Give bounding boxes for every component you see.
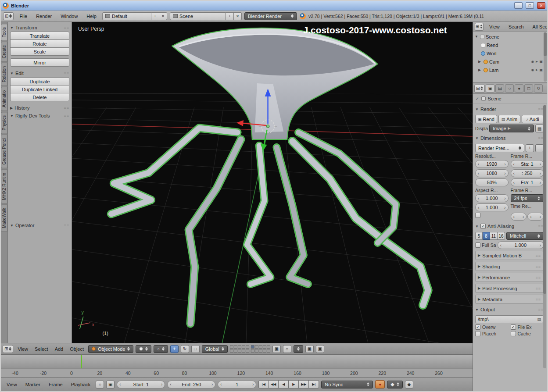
outliner-row-lamp[interactable]: ▶ Lam ◉ ► ▣ xyxy=(475,66,543,74)
display-mode-dropdown[interactable]: Image E xyxy=(489,125,534,132)
frame-end-field[interactable]: ‹ End: 250 › xyxy=(167,381,215,388)
frame-step-field[interactable]: ‹Fra: 1› xyxy=(511,178,544,186)
tab-tools[interactable]: Tools xyxy=(1,24,7,41)
file-menu[interactable]: File xyxy=(16,13,30,20)
duplicate-button[interactable]: Duplicate xyxy=(10,77,69,86)
outliner-row-camera[interactable]: ▶ Cam ◉ ► ▣ xyxy=(475,57,543,66)
aspect-x-field[interactable]: ‹1.000› xyxy=(475,194,509,202)
mirror-button[interactable]: Mirror xyxy=(10,58,69,67)
rotate-button[interactable]: Rotate xyxy=(10,39,69,48)
output-section-header[interactable]: ▼ Output ≡≡ xyxy=(475,305,544,314)
duplicate-linked-button[interactable]: Duplicate Linked xyxy=(10,85,69,93)
tab-physics[interactable]: ↻ xyxy=(534,84,543,93)
resolution-y-field[interactable]: ‹1080› xyxy=(475,169,509,177)
jump-to-start-button[interactable]: |◀ xyxy=(258,380,269,388)
outliner-scrollbar[interactable] xyxy=(544,32,547,82)
aa-filter-dropdown[interactable]: Mitchell xyxy=(506,232,544,240)
add-preset-button[interactable]: + xyxy=(526,144,534,152)
maximize-button[interactable]: □ xyxy=(526,2,534,9)
visibility-eye-icon[interactable]: ◉ xyxy=(531,60,534,64)
frame-start-field[interactable]: ‹Sta: 1› xyxy=(511,160,544,168)
outliner-tree[interactable]: ▼ Scene Rend Worl ▶ Ca xyxy=(473,32,547,82)
output-path-field[interactable]: /tmp\ ▤ xyxy=(475,315,544,323)
timeline-marker-menu[interactable]: Marker xyxy=(22,381,43,388)
placeholders-checkbox[interactable]: ✓ xyxy=(475,331,480,336)
overwrite-checkbox[interactable]: ✓ xyxy=(475,324,480,330)
rigify-panel-header[interactable]: ▼ Rigify Dev Tools ≡≡ xyxy=(10,112,69,120)
shading-dropdown[interactable] xyxy=(136,345,151,353)
visibility-eye-icon[interactable]: ◉ xyxy=(531,68,534,72)
tab-world[interactable]: ● xyxy=(515,84,523,93)
scene-selector[interactable]: Scene xyxy=(170,12,226,20)
insert-keyframe-button[interactable]: ◆ xyxy=(405,381,413,388)
antialiasing-section-header[interactable]: ▼ ✓ Anti-Aliasing ≡≡ xyxy=(475,222,544,231)
properties-editor-type-button[interactable]: ⊞ xyxy=(474,85,485,93)
titlebar[interactable]: Blender – □ ✕ xyxy=(1,1,547,11)
play-button[interactable]: ▶ xyxy=(289,380,299,388)
delete-layout-button[interactable]: ✕ xyxy=(159,12,167,20)
next-keyframe-button[interactable]: ▶▶ xyxy=(299,380,309,388)
expand-icon[interactable]: ▶ xyxy=(478,68,482,72)
properties-scrollbar[interactable] xyxy=(543,105,546,368)
select-menu[interactable]: Select xyxy=(32,346,50,353)
screen-layout-selector[interactable]: Default xyxy=(102,12,151,20)
full-sample-checkbox[interactable]: ✓ xyxy=(475,242,480,248)
scale-button[interactable]: Scale xyxy=(10,47,69,56)
display-lock-button[interactable]: ▤ xyxy=(535,125,544,132)
remove-preset-button[interactable]: − xyxy=(535,144,544,152)
opengl-render-button[interactable]: ▣ xyxy=(305,345,314,353)
file-extensions-checkbox[interactable]: ✓ xyxy=(511,324,516,330)
aa-samples-11[interactable]: 11 xyxy=(490,232,498,240)
timeline-view-menu[interactable]: View xyxy=(4,381,20,388)
selectability-cursor-icon[interactable]: ► xyxy=(535,68,539,72)
object-menu[interactable]: Object xyxy=(68,346,86,353)
keying-set-dropdown[interactable]: ◆ xyxy=(387,381,402,388)
properties-scroll-area[interactable]: ▼ Render ≡≡ ▣ Rend ▤ Anim xyxy=(473,103,547,391)
dimensions-section-header[interactable]: ▼ Dimensions ≡≡ xyxy=(475,134,544,143)
aa-samples-5[interactable]: 5 xyxy=(475,232,483,240)
tab-relations[interactable]: Relation xyxy=(1,63,7,86)
delete-button[interactable]: Delete xyxy=(10,93,69,101)
resolution-percentage-field[interactable]: 50% xyxy=(475,178,509,186)
antialiasing-checkbox[interactable]: ✓ xyxy=(480,224,486,229)
tab-grease-pencil[interactable]: Grease Penci xyxy=(1,135,7,168)
current-frame-marker[interactable] xyxy=(81,355,82,368)
tab-makewalk[interactable]: MakeWalk xyxy=(1,204,7,232)
add-scene-button[interactable]: + xyxy=(226,12,234,20)
current-frame-field[interactable]: ‹ 1 › xyxy=(218,381,256,388)
tab-object[interactable]: □ xyxy=(524,84,533,93)
translate-button[interactable]: Translate xyxy=(10,32,69,40)
cache-result-checkbox[interactable]: ✓ xyxy=(511,331,516,336)
previous-keyframe-button[interactable]: ◀◀ xyxy=(269,380,279,388)
tab-render-layers[interactable]: ▤ xyxy=(495,84,504,93)
lock-button[interactable]: ▣ xyxy=(272,345,281,353)
tab-create[interactable]: Create xyxy=(1,42,7,62)
add-layout-button[interactable]: + xyxy=(151,12,159,20)
timeline-lock-button[interactable]: ▣ xyxy=(106,381,115,388)
pin-icon[interactable]: ✓ xyxy=(476,96,479,101)
operator-panel-header[interactable]: ▼ Operator ≡≡ xyxy=(10,221,69,229)
post-processing-section-header[interactable]: ▶ Post Processing ≡≡ xyxy=(475,284,544,293)
edit-panel-header[interactable]: ▼ Edit ≡≡ xyxy=(10,69,69,77)
pivot-dropdown[interactable]: ○ xyxy=(154,345,168,353)
metadata-section-header[interactable]: ▶ Metadata ≡≡ xyxy=(475,295,544,304)
render-section-header[interactable]: ▼ Render ≡≡ xyxy=(475,105,544,114)
outliner-editor-type-button[interactable]: ⊞ xyxy=(475,23,484,31)
minimize-button[interactable]: – xyxy=(514,2,523,9)
border-checkbox[interactable]: ✓ xyxy=(475,213,480,218)
render-audio-button[interactable]: ♪ Audi xyxy=(522,115,544,123)
layers-widget[interactable] xyxy=(230,345,270,353)
timeline-playback-menu[interactable]: Playback xyxy=(68,381,94,388)
viewport-editor-type-button[interactable]: ⊞ xyxy=(3,345,13,353)
aa-samples-8[interactable]: 8 xyxy=(483,232,490,240)
editor-type-button[interactable]: ⊞ xyxy=(3,12,14,20)
browse-folder-icon[interactable]: ▤ xyxy=(537,317,541,321)
performance-section-header[interactable]: ▶ Performance ≡≡ xyxy=(475,273,544,282)
play-reverse-button[interactable]: ◀ xyxy=(279,380,289,388)
window-menu[interactable]: Window xyxy=(57,13,81,20)
aspect-y-field[interactable]: ‹1.000› xyxy=(475,203,509,211)
auto-keyframe-button[interactable]: ● xyxy=(375,380,385,388)
render-menu[interactable]: Render xyxy=(33,13,55,20)
timeline-ruler[interactable] xyxy=(1,354,473,368)
transform-panel-header[interactable]: ▼ Transform ≡≡ xyxy=(10,24,69,32)
